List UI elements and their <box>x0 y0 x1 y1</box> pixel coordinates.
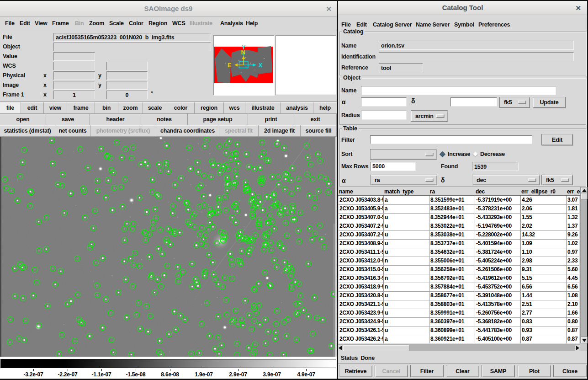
svg-text:N: N <box>241 49 245 56</box>
svg-text:X: X <box>259 62 263 69</box>
svg-text:E: E <box>228 62 231 69</box>
